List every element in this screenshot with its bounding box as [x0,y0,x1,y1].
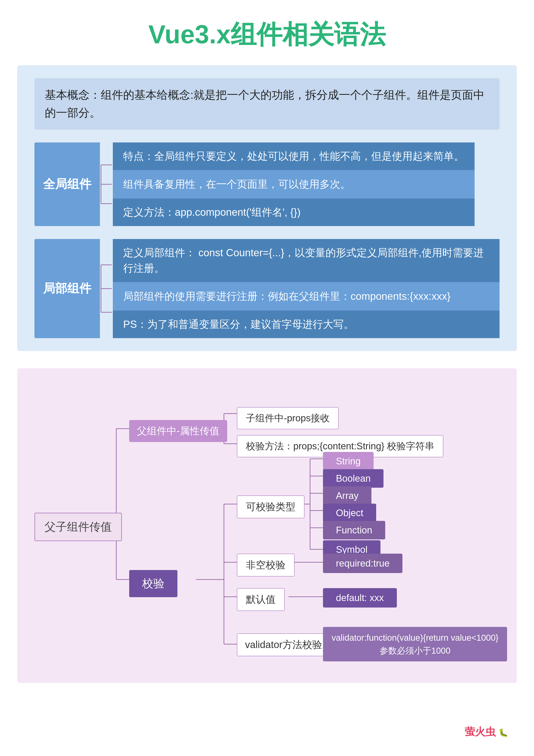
page-title: Vue3.x组件相关语法 [0,0,534,65]
sub4-item: validator:function(value){return value<1… [323,627,507,662]
intro-text: 基本概念：组件的基本给概念:就是把一个大的功能，拆分成一个个子组件。组件是页面中… [35,78,499,129]
local-component-label: 局部组件 [35,239,100,338]
local-item-3: PS：为了和普通变量区分，建议首字母进行大写。 [113,310,499,338]
section2-parent-child: 父子组件传值 父组件中-属性传值 子组件中-props接收 校验方法：props… [17,368,517,683]
type-boolean: Boolean [323,469,384,488]
root-node: 父子组件传值 [35,513,122,541]
sub4-node: validator方法校验 [237,634,330,656]
sub3-item: default: xxx [323,588,397,608]
sub1-node: 可校验类型 [237,496,304,518]
type-array: Array [323,486,371,505]
local-item-2: 局部组件的使用需要进行注册：例如在父组件里：components:{xxx:xx… [113,283,499,310]
global-item-3: 定义方法：app.component('组件名', {}) [113,199,474,226]
type-function: Function [323,521,385,539]
component-grid: 全局组件 特点：全局组件只要定义，处处可以使用，性能不高，但是使用起来简单。 [35,143,499,338]
sub3-node: 默认值 [237,588,285,611]
sub2-item: required:true [323,554,402,573]
type-string: String [323,452,373,471]
global-item-1: 特点：全局组件只要定义，处处可以使用，性能不高，但是使用起来简单。 [113,143,474,171]
global-component-label: 全局组件 [35,143,100,226]
watermark: 萤火虫 🐛 [465,725,508,739]
global-component-row: 全局组件 特点：全局组件只要定义，处处可以使用，性能不高，但是使用起来简单。 [35,143,499,226]
branch1-item1: 子组件中-props接收 [237,407,339,429]
global-component-items: 特点：全局组件只要定义，处处可以使用，性能不高，但是使用起来简单。 组件具备复用… [113,143,474,226]
local-component-row: 局部组件 定义局部组件： const Counter={...}，以变量的形式定… [35,239,499,338]
section1-components: 基本概念：组件的基本给概念:就是把一个大的功能，拆分成一个个子组件。组件是页面中… [17,65,517,351]
branch1-node: 父组件中-属性传值 [129,420,227,442]
sub2-node: 非空校验 [237,554,294,577]
local-component-items: 定义局部组件： const Counter={...}，以变量的形式定义局部组件… [113,239,499,338]
global-item-2: 组件具备复用性，在一个页面里，可以使用多次。 [113,171,474,199]
branch2-node: 校验 [129,570,177,597]
type-object: Object [323,504,376,522]
local-item-1: 定义局部组件： const Counter={...}，以变量的形式定义局部组件… [113,239,499,283]
